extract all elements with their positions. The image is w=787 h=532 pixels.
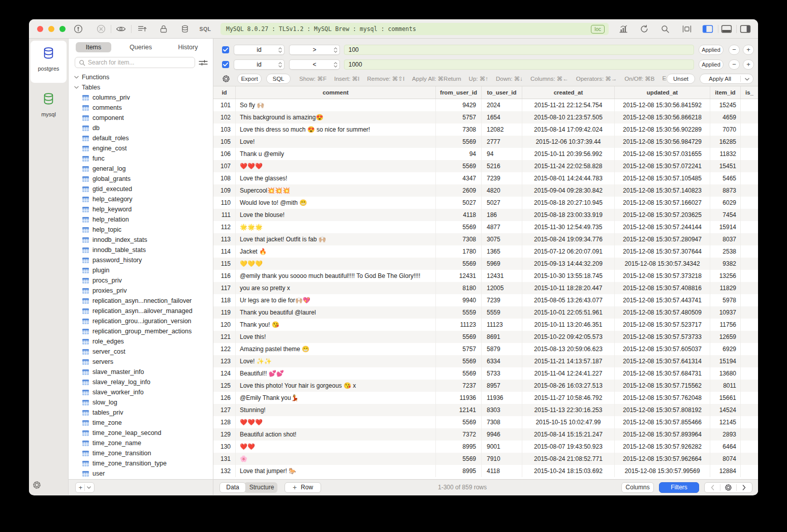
cell-comment[interactable]: Stunning! <box>236 404 436 416</box>
cell-is_[interactable] <box>741 99 758 111</box>
cell-id[interactable]: 130 <box>213 441 236 453</box>
connection-postgres[interactable]: postgres <box>29 46 68 72</box>
cell-to_user_id[interactable]: 2024 <box>482 99 522 111</box>
cell-comment[interactable]: Love the blouse! <box>236 209 436 221</box>
cell-from_user_id[interactable]: 5757 <box>436 343 482 355</box>
cell-is_[interactable] <box>741 441 758 453</box>
cell-created_at[interactable]: 2015-07-12 06:20:07.091 <box>522 245 615 258</box>
cell-is_[interactable] <box>741 148 758 160</box>
cell-id[interactable]: 105 <box>213 136 236 148</box>
cell-comment[interactable]: Love! ✨✨ <box>236 355 436 367</box>
cell-created_at[interactable]: 2015-09-04 09:28:30.842 <box>522 184 615 197</box>
cell-comment[interactable]: Love this! <box>236 331 436 343</box>
cell-created_at[interactable]: 2015-11-30 12:54:49.735 <box>522 221 615 233</box>
cell-to_user_id[interactable]: 2777 <box>482 136 522 148</box>
table-row[interactable]: 102This background is amazing😍5757165420… <box>213 111 758 123</box>
cell-from_user_id[interactable]: 7237 <box>436 380 482 392</box>
cell-from_user_id[interactable]: 12431 <box>436 270 482 282</box>
cell-comment[interactable]: ❤️❤️❤️ <box>236 160 436 172</box>
cell-updated_at[interactable]: 2015-12-08 15:30:57.962664 <box>615 453 710 465</box>
cell-from_user_id[interactable]: 8995 <box>436 441 482 453</box>
cell-comment[interactable]: Love that jumper! 🐎 <box>236 465 436 477</box>
connect-icon[interactable] <box>74 24 83 34</box>
left-panel-icon[interactable] <box>703 25 713 34</box>
filter-column-select[interactable]: id <box>234 59 285 70</box>
log-icon[interactable] <box>138 25 147 33</box>
cell-to_user_id[interactable]: 9946 <box>482 428 522 441</box>
table-row[interactable]: 128❤️❤️❤️556973082015-10-15 10:02:47.992… <box>213 416 758 428</box>
cell-is_[interactable] <box>741 258 758 270</box>
cell-id[interactable]: 108 <box>213 172 236 184</box>
cell-to_user_id[interactable]: 4820 <box>482 184 522 197</box>
cell-updated_at[interactable]: 2015-12-08 15:30:56.841592 <box>615 99 710 111</box>
filter-value-input[interactable] <box>344 45 694 55</box>
sidebar-item-replication_grou...iguration_version[interactable]: replication_grou...iguration_version <box>69 316 213 326</box>
sidebar-item-server_cost[interactable]: server_cost <box>69 347 213 357</box>
cell-updated_at[interactable]: 2015-12-08 15:30:57.641314 <box>615 355 710 367</box>
cell-item_id[interactable]: 6029 <box>710 197 741 209</box>
cell-to_user_id[interactable]: 1654 <box>482 111 522 123</box>
sidebar-item-time_zone_name[interactable]: time_zone_name <box>69 438 213 448</box>
cell-updated_at[interactable]: 2015-12-08 15:30:57.808192 <box>615 404 710 416</box>
cell-comment[interactable]: Amazing pastel theme 😁 <box>236 343 436 355</box>
cell-id[interactable]: 121 <box>213 331 236 343</box>
table-row[interactable]: 131🌸556979102015-08-24 21:08:52.7712015-… <box>213 453 758 465</box>
cell-comment[interactable]: Thank u @emily <box>236 148 436 160</box>
cell-comment[interactable]: 🌸 <box>236 453 436 465</box>
cell-id[interactable]: 107 <box>213 160 236 172</box>
table-row[interactable]: 127Stunning!1214183032015-11-13 22:30:16… <box>213 404 758 416</box>
cell-from_user_id[interactable]: 8180 <box>436 282 482 294</box>
filter-value-input[interactable] <box>344 59 694 70</box>
table-row[interactable]: 105Love!556927772015-12-06 10:37:39.4420… <box>213 136 758 148</box>
sidebar-item-slave_worker_info[interactable]: slave_worker_info <box>69 387 213 397</box>
next-page-icon[interactable] <box>737 485 752 490</box>
cell-id[interactable]: 114 <box>213 245 236 258</box>
page-settings-gear-icon[interactable] <box>720 484 736 491</box>
cell-id[interactable]: 122 <box>213 343 236 355</box>
sidebar-item-time_zone_transition[interactable]: time_zone_transition <box>69 448 213 458</box>
zoom-window-button[interactable] <box>59 26 66 32</box>
cell-created_at[interactable]: 2015-10-01 22:05:51.961 <box>522 306 615 319</box>
tab-structure[interactable]: Structure <box>244 482 277 493</box>
cell-created_at[interactable]: 2015-10-30 13:55:18.745 <box>522 270 615 282</box>
cell-is_[interactable] <box>741 428 758 441</box>
cell-comment[interactable]: Beautiful!! 💕💕 <box>236 367 436 380</box>
cell-comment[interactable]: Would love to! @mith 😬 <box>236 197 436 209</box>
cell-created_at[interactable]: 2015-08-13 20:59:06.623 <box>522 343 615 355</box>
filter-enabled-checkbox[interactable] <box>222 46 229 53</box>
cell-comment[interactable]: 💛💛💛 <box>236 258 436 270</box>
cell-item_id[interactable]: 15661 <box>710 392 741 404</box>
column-header-created_at[interactable]: created_at <box>522 86 615 99</box>
sidebar-item-help_relation[interactable]: help_relation <box>69 214 213 225</box>
table-row[interactable]: 125Love this photo! Your hair is gorgeou… <box>213 380 758 392</box>
cell-updated_at[interactable]: 2015-12-08 15:30:57.031655 <box>615 148 710 160</box>
connection-mysql[interactable]: mysql <box>29 92 68 117</box>
cell-item_id[interactable]: 12884 <box>710 465 741 477</box>
sidebar-item-gtid_executed[interactable]: gtid_executed <box>69 184 213 194</box>
lock-icon[interactable] <box>160 25 167 34</box>
column-header-id[interactable]: id <box>213 86 236 99</box>
cell-from_user_id[interactable]: 5569 <box>436 355 482 367</box>
column-header-is_[interactable]: is_ <box>741 86 758 99</box>
column-header-item_id[interactable]: item_id <box>710 86 741 99</box>
cell-item_id[interactable]: 8037 <box>710 233 741 245</box>
cell-is_[interactable] <box>741 355 758 367</box>
cell-created_at[interactable]: 2015-10-11 20:39:56.992 <box>522 148 615 160</box>
cell-to_user_id[interactable]: 12082 <box>482 123 522 136</box>
cell-to_user_id[interactable]: 5216 <box>482 160 522 172</box>
sidebar-item-replication_asyn...ailover_managed[interactable]: replication_asyn...ailover_managed <box>69 306 213 316</box>
cell-is_[interactable] <box>741 306 758 319</box>
cell-to_user_id[interactable]: 12431 <box>482 270 522 282</box>
cell-comment[interactable]: @Emily Thank you💃 <box>236 392 436 404</box>
cell-to_user_id[interactable]: 8691 <box>482 331 522 343</box>
cell-updated_at[interactable]: 2015-12-08 15:30:57.523717 <box>615 319 710 331</box>
cell-created_at[interactable]: 2015-08-14 15:15:21.247 <box>522 428 615 441</box>
cell-comment[interactable]: Love that jacket! Outfit is fab 🙌🏼 <box>236 233 436 245</box>
cell-to_user_id[interactable]: 5733 <box>482 367 522 380</box>
cell-item_id[interactable]: 11829 <box>710 282 741 294</box>
cell-from_user_id[interactable]: 1780 <box>436 245 482 258</box>
cell-from_user_id[interactable]: 5569 <box>436 136 482 148</box>
cell-item_id[interactable]: 12659 <box>710 331 741 343</box>
cell-to_user_id[interactable]: 7239 <box>482 294 522 306</box>
cell-is_[interactable] <box>741 294 758 306</box>
